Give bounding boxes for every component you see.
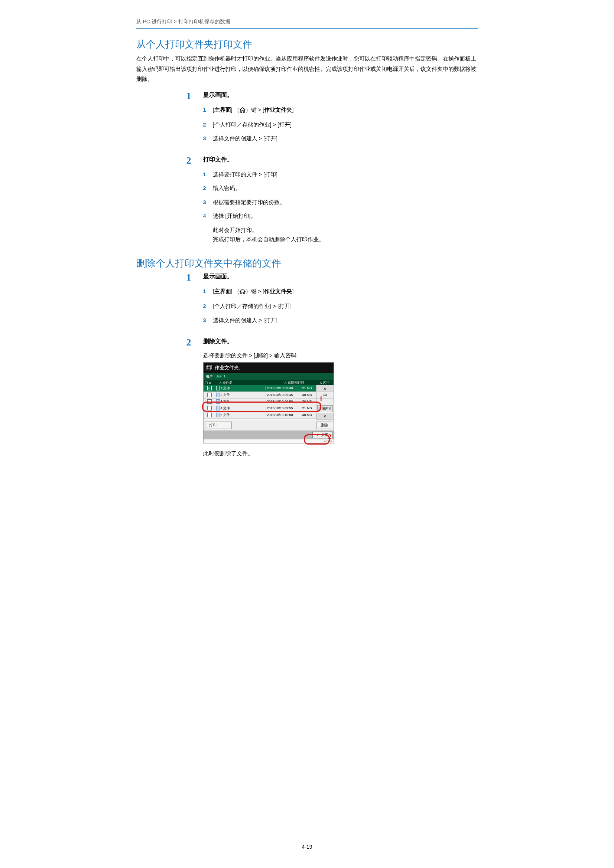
breadcrumb: 从 PC 进行打印 > 打印打印机保存的数据 xyxy=(136,19,478,28)
key-label: 作业文件夹 xyxy=(264,107,292,113)
key-label: 主界面 xyxy=(215,107,231,113)
substep-num: 3 xyxy=(203,134,206,143)
table-row[interactable]: 3 文件 2015/10/10 09:50 36 MB xyxy=(204,398,316,405)
substep-num: 2 xyxy=(203,121,206,129)
step-number: 1 xyxy=(187,272,191,283)
user-bar: 用户: User 1 xyxy=(204,373,334,380)
step-title: 删除文件。 xyxy=(203,338,478,346)
printer-panel-screenshot: 作业文件夹。 用户: User 1 ▢ ∧ ∧ 令件名 ∧ 日期和时间 ∧ 尺寸… xyxy=(203,362,334,443)
home-icon xyxy=(239,107,246,115)
col-check[interactable]: ▢ ∧ xyxy=(204,380,218,385)
home-icon xyxy=(239,288,246,297)
col-name[interactable]: ∧ 令件名 xyxy=(218,380,283,385)
step-block: 1 显示画面。 1 [主界面] （）键 > [作业文件夹] 2[个人打印／存储的… xyxy=(203,273,478,325)
callout-marker: 2 xyxy=(328,433,332,441)
panel-title-bar: 作业文件夹。 xyxy=(204,363,334,373)
step-title: 打印文件。 xyxy=(203,156,478,164)
document-icon xyxy=(216,399,220,404)
checkbox-icon[interactable]: ✓ xyxy=(207,386,212,391)
return-icon: ↵ xyxy=(317,433,319,437)
side-controls: ∧ 2/3 详细内容 ∨ xyxy=(316,385,334,420)
table-row[interactable]: 5 文件 2015/10/10 10:00 30 MB xyxy=(204,412,316,418)
table-body: ✓ 1 文件 2015/10/10 09:40 21 MB 2 文件 2015/… xyxy=(204,385,316,420)
col-date[interactable]: ∧ 日期和时间 xyxy=(283,380,318,385)
checkbox-icon[interactable] xyxy=(207,399,212,404)
checkbox-icon[interactable] xyxy=(207,393,212,397)
panel-code: b0202 xyxy=(204,439,334,443)
page-indicator: 2/3 xyxy=(317,392,334,398)
bottom-buttons: 打印 删除 xyxy=(204,420,334,431)
col-size[interactable]: ∧ 尺寸 xyxy=(318,380,334,385)
document-icon xyxy=(216,406,220,411)
step-title: 显示画面。 xyxy=(203,273,478,281)
document-icon xyxy=(216,413,220,417)
folder-icon xyxy=(206,365,213,370)
step-block: 2 删除文件。 选择要删除的文件 > [删除] > 输入密码 作业文件夹。 用户… xyxy=(203,338,478,457)
detail-button[interactable]: 详细内容 xyxy=(317,405,333,412)
substep: 3 选择文件的创建人 > [打开] xyxy=(203,134,478,143)
key-label: 主界面 xyxy=(215,288,231,294)
table-row[interactable]: 2 文件 2015/10/10 09:45 30 MB xyxy=(204,392,316,398)
substep: 4选择 [开始打印]。 xyxy=(203,212,478,220)
scroll-up-button[interactable]: ∧ xyxy=(317,385,334,392)
substep: 2[个人打印／存储的作业] > [打开] xyxy=(203,302,478,311)
document-page: 从 PC 进行打印 > 打印打印机保存的数据 从个人打印文件夹打印文件 在个人打… xyxy=(118,0,497,861)
document-icon xyxy=(216,393,220,397)
svg-rect-1 xyxy=(207,365,212,369)
table-row[interactable]: ✓ 1 文件 2015/10/10 09:40 21 MB xyxy=(204,385,316,392)
substep: 1 [主界面] （）键 > [作业文件夹] xyxy=(203,287,478,297)
substep: 3选择文件的创建人 > [打开] xyxy=(203,316,478,325)
document-icon xyxy=(216,386,220,391)
note: 此时会开始打印。 xyxy=(203,226,478,235)
section-title: 从个人打印文件夹打印文件 xyxy=(136,38,478,51)
divider xyxy=(136,28,478,29)
step-block: 2 打印文件。 1选择要打印的文件 > [打印] 2输入密码。 3根据需要指定要… xyxy=(203,156,478,244)
step-block: 1 显示画面。 1 [主界面] （）键 > [作业文件夹] 2 [个人打印／存储… xyxy=(203,91,478,143)
intro-paragraph: 在个人打印中，可以指定直到操作机器时才打印的作业。当从应用程序软件发送作业时，您… xyxy=(136,54,478,85)
section-title: 删除个人打印文件夹中存储的文件 xyxy=(136,257,478,270)
page-number: 4-19 xyxy=(118,844,497,850)
substep: 2输入密码。 xyxy=(203,184,478,192)
substep-num: 1 xyxy=(203,106,206,114)
checkbox-icon[interactable] xyxy=(207,406,212,411)
substep: 2 [个人打印／存储的作业] > [打开] xyxy=(203,121,478,129)
print-button[interactable]: 打印 xyxy=(205,422,232,429)
step-number: 2 xyxy=(187,155,191,166)
substep: 3根据需要指定要打印的份数。 xyxy=(203,198,478,207)
key-label: 作业文件夹 xyxy=(264,288,292,294)
scroll-down-button[interactable]: ∨ xyxy=(317,413,334,420)
callout-marker: 1 xyxy=(319,395,323,403)
step-number: 1 xyxy=(187,91,191,102)
substep: 1 [主界面] （）键 > [作业文件夹] xyxy=(203,106,478,115)
step-title: 显示画面。 xyxy=(203,91,478,99)
end-note: 此时便删除了文件。 xyxy=(203,450,478,457)
close-bar: ↵关闭 xyxy=(204,431,334,439)
lead-text: 选择要删除的文件 > [删除] > 输入密码 xyxy=(203,352,478,359)
checkbox-icon[interactable] xyxy=(207,413,212,417)
note: 完成打印后，本机会自动删除个人打印作业。 xyxy=(203,235,478,244)
delete-button[interactable]: 删除 xyxy=(317,422,332,429)
svg-rect-0 xyxy=(206,366,211,370)
table-row[interactable]: 4 文件 2015/10/10 09:55 21 MB xyxy=(204,405,316,412)
step-number: 2 xyxy=(187,337,191,348)
substep: 1选择要打印的文件 > [打印] xyxy=(203,170,478,179)
table-header: ▢ ∧ ∧ 令件名 ∧ 日期和时间 ∧ 尺寸 xyxy=(204,380,334,385)
